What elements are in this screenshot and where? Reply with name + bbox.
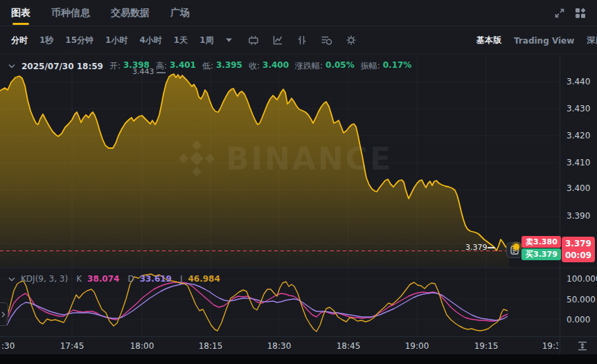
change-value: 0.05% (326, 60, 355, 72)
open-label: 开: (109, 60, 121, 72)
price-tick: 3.430 (567, 104, 590, 113)
d-label: D (127, 274, 134, 284)
price-tick: 3.410 (567, 158, 590, 167)
sell-price: 3.380 (533, 237, 558, 246)
chevron-down-icon[interactable] (8, 277, 15, 282)
chevron-right-icon (1, 311, 6, 318)
time-tick: 19:00 (405, 341, 429, 351)
time-tick: 18:15 (199, 341, 223, 351)
current-price-value: 3.379 (562, 238, 595, 250)
time-tick: 19:30 (542, 341, 558, 351)
time-tick: 19:15 (474, 341, 499, 351)
ohlc-datetime: 2025/07/30 18:59 (21, 62, 103, 71)
current-price-dash (488, 247, 495, 248)
price-tick: 3.420 (567, 131, 590, 140)
j-value: 46.984 (188, 274, 220, 284)
k-value: 38.074 (87, 274, 119, 284)
current-price-countdown-box: 3.379 00:09 (562, 237, 595, 262)
ohlc-info-row: 2025/07/30 18:59 开:3.398 高:3.401 低:3.395… (8, 60, 411, 72)
k-label: K (76, 274, 82, 284)
time-tick: 18:00 (130, 341, 154, 351)
open-value: 3.398 (123, 60, 150, 72)
low-value: 3.395 (216, 60, 242, 72)
d-value: 33.619 (140, 274, 172, 284)
buy-price-badge[interactable]: 买 3.379 (522, 248, 561, 260)
price-axis[interactable]: 3.440 3.430 3.420 3.410 3.400 3.390 3.37… (560, 55, 597, 354)
pane-expand-handle[interactable] (0, 302, 8, 326)
amplitude-label: 振幅: (361, 60, 380, 72)
high-annotation-dash (157, 72, 166, 73)
high-value: 3.401 (170, 60, 196, 72)
buy-price: 3.379 (533, 250, 558, 259)
time-tick: 18:30 (267, 341, 292, 351)
amplitude-value: 0.17% (383, 60, 412, 72)
high-label: 高: (156, 60, 167, 72)
buy-label: 买 (526, 249, 533, 260)
scale-adjust-icon (576, 340, 589, 352)
price-scale-settings-button[interactable] (576, 340, 589, 354)
close-value: 3.400 (262, 60, 289, 72)
time-tick: 17:45 (60, 341, 84, 351)
kdj-tick: 0.000 (567, 315, 590, 325)
sell-label: 卖 (526, 237, 533, 247)
price-tick: 3.390 (567, 211, 590, 221)
price-kdj-chart (0, 0, 597, 364)
price-tick: 3.400 (567, 183, 590, 193)
low-label: 低: (202, 60, 213, 72)
close-label: 收: (249, 60, 260, 72)
change-label: 涨跌幅: (295, 60, 323, 72)
j-label: J (180, 274, 183, 284)
current-price-label: 3.379 (465, 243, 488, 252)
kdj-indicator-header: KDJ(9, 3, 3) K 38.074 D 33.619 J 46.984 (8, 274, 220, 284)
last-price-dot (513, 244, 519, 250)
kdj-tick: 50.000 (567, 295, 596, 304)
price-tick: 3.440 (567, 77, 590, 87)
bottom-strip (0, 354, 597, 364)
countdown-timer: 00:09 (562, 250, 595, 262)
chevron-down-icon[interactable] (8, 64, 15, 69)
time-tick: 18:45 (337, 341, 361, 351)
time-axis[interactable]: :30 17:45 18:00 18:15 18:30 18:45 19:00 … (0, 337, 558, 354)
kdj-title: KDJ(9, 3, 3) (21, 274, 68, 284)
binance-chart-window: BINANCE 图表 币种信息 交易数据 广场 (0, 0, 597, 364)
sell-price-badge[interactable]: 卖 3.380 (522, 236, 561, 248)
time-tick: :30 (1, 341, 15, 351)
kdj-tick: 100.000 (567, 274, 597, 284)
